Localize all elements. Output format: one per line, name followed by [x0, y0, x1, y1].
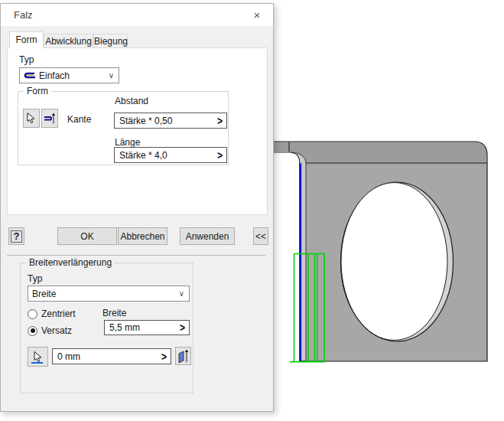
help-icon: ? [11, 230, 23, 243]
falz-dialog: Falz × Form Abwicklung Biegung Typ Einfa… [0, 3, 274, 412]
hem-edge-icon [44, 113, 57, 125]
tab-biegung[interactable]: Biegung [93, 34, 128, 48]
bend-thickness-face[interactable] [291, 152, 307, 361]
radio-zentriert-circle [28, 309, 37, 319]
offset-field: > [52, 348, 171, 364]
select-edge-button[interactable] [23, 109, 40, 128]
tab-form[interactable]: Form [9, 31, 44, 48]
tab-abwicklung[interactable]: Abwicklung [44, 34, 93, 48]
abstand-input[interactable] [115, 116, 213, 126]
collapse-button[interactable]: << [253, 227, 268, 245]
select-cursor-icon [34, 351, 43, 363]
hem-type-value: Einfach [37, 70, 109, 81]
dialog-titlebar[interactable]: Falz × [1, 4, 273, 26]
offset-select-button[interactable] [28, 347, 48, 367]
laenge-field: > [114, 147, 227, 163]
hole-opening[interactable] [341, 183, 447, 341]
flip-direction-icon [177, 349, 190, 364]
tab-form-label: Form [16, 34, 37, 45]
laenge-label: Länge [115, 137, 140, 148]
offset-expression-arrow-icon[interactable]: > [158, 350, 171, 362]
chevron-down-icon: ∨ [109, 71, 115, 80]
radio-versatz-label: Versatz [41, 325, 72, 336]
active-tool-underline [31, 362, 43, 364]
laenge-expression-arrow-icon[interactable]: > [213, 148, 226, 161]
collapse-icon: << [255, 231, 266, 242]
abstand-field: > [114, 113, 227, 129]
width-type-select[interactable]: Breite ∨ [28, 286, 190, 302]
tab-abwicklung-label: Abwicklung [45, 36, 92, 47]
apply-button[interactable]: Anwenden [180, 227, 235, 245]
hem-type-select[interactable]: Einfach ∨ [19, 67, 119, 83]
radio-zentriert[interactable]: Zentriert [28, 308, 76, 319]
breite-input[interactable] [105, 322, 176, 333]
apply-button-label: Anwenden [186, 231, 229, 242]
cancel-button[interactable]: Abbrechen [118, 227, 167, 245]
width-type-value: Breite [31, 289, 179, 299]
flip-direction-button[interactable] [175, 347, 191, 365]
footer-separator [7, 255, 265, 256]
ok-button-label: OK [80, 231, 93, 242]
close-icon[interactable]: × [245, 6, 268, 24]
breite-field: > [104, 320, 190, 335]
abstand-expression-arrow-icon[interactable]: > [213, 114, 226, 126]
radio-versatz[interactable]: Versatz [28, 325, 72, 336]
chevron-down-icon: ∨ [179, 289, 186, 298]
width-typ-label: Typ [28, 273, 42, 284]
form-group-legend: Form [24, 86, 51, 96]
laenge-input[interactable] [115, 150, 213, 161]
cancel-button-label: Abbrechen [120, 231, 164, 242]
select-cursor-icon [27, 113, 36, 124]
width-extension-legend: Breitenverlängerung [26, 257, 115, 268]
dialog-title: Falz [14, 9, 33, 21]
breite-label: Breite [102, 308, 126, 318]
radio-zentriert-label: Zentriert [41, 308, 76, 319]
offset-input[interactable] [53, 351, 158, 362]
breite-expression-arrow-icon[interactable]: > [176, 321, 189, 334]
help-button[interactable]: ? [8, 227, 24, 245]
abstand-label: Abstand [115, 96, 148, 106]
tab-biegung-label: Biegung [94, 36, 128, 47]
hem-direction-button[interactable] [41, 109, 58, 128]
typ-label: Typ [19, 54, 34, 65]
ok-button[interactable]: OK [57, 227, 117, 245]
radio-versatz-circle [28, 326, 37, 336]
hem-type-icon [23, 70, 37, 80]
kante-label: Kante [67, 114, 91, 125]
